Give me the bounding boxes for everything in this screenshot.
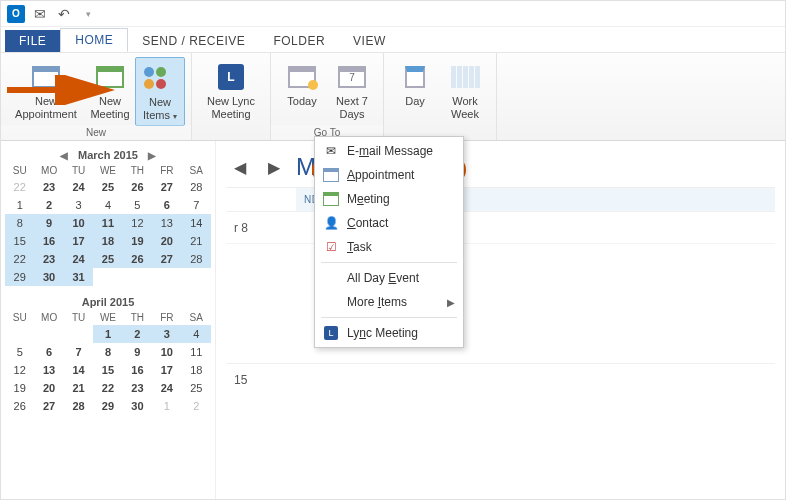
dropdown-contact[interactable]: 👤 Contact bbox=[317, 211, 461, 235]
day-button[interactable]: Day bbox=[390, 57, 440, 136]
mini-cal-day[interactable]: 29 bbox=[5, 268, 34, 286]
tab-send-receive[interactable]: SEND / RECEIVE bbox=[128, 30, 259, 52]
mini-cal-day[interactable]: 6 bbox=[34, 343, 63, 361]
mini-cal-day[interactable]: 3 bbox=[152, 325, 181, 343]
mini-cal-day[interactable]: 10 bbox=[64, 214, 93, 232]
mini-cal-day[interactable]: 17 bbox=[64, 232, 93, 250]
mini-cal-day[interactable]: 23 bbox=[123, 379, 152, 397]
mini-cal-day[interactable]: 25 bbox=[93, 250, 122, 268]
mini-cal-day[interactable]: 24 bbox=[64, 178, 93, 196]
mini-cal-day[interactable]: 4 bbox=[182, 325, 211, 343]
mini-cal-day[interactable]: 16 bbox=[34, 232, 63, 250]
mini-cal-day[interactable]: 17 bbox=[152, 361, 181, 379]
dropdown-meeting[interactable]: Meeting bbox=[317, 187, 461, 211]
mini-cal-day[interactable]: 25 bbox=[93, 178, 122, 196]
mini-cal-day[interactable]: 24 bbox=[152, 379, 181, 397]
mini-cal-day[interactable]: 5 bbox=[5, 343, 34, 361]
dropdown-more-items[interactable]: More Items ▶ bbox=[317, 290, 461, 314]
mini-cal-day[interactable]: 13 bbox=[34, 361, 63, 379]
calendar-slot[interactable]: r 8 bbox=[226, 211, 775, 243]
mini-cal-day[interactable]: 1 bbox=[152, 397, 181, 415]
mini-cal-day[interactable] bbox=[182, 268, 211, 286]
mini-cal-day[interactable]: 23 bbox=[34, 178, 63, 196]
dropdown-appointment[interactable]: Appointment bbox=[317, 163, 461, 187]
tab-home[interactable]: HOME bbox=[60, 28, 128, 52]
mini-cal-day[interactable]: 22 bbox=[5, 178, 34, 196]
mini-cal-next-icon[interactable]: ▶ bbox=[144, 150, 160, 161]
mini-cal-day[interactable]: 15 bbox=[93, 361, 122, 379]
work-week-button[interactable]: Work Week bbox=[440, 57, 490, 136]
mini-cal-day[interactable] bbox=[64, 325, 93, 343]
dropdown-task[interactable]: ☑ Task bbox=[317, 235, 461, 259]
mini-cal-day[interactable]: 28 bbox=[182, 250, 211, 268]
mini-cal-day[interactable]: 16 bbox=[123, 361, 152, 379]
mini-cal-day[interactable]: 22 bbox=[5, 250, 34, 268]
mini-cal-day[interactable]: 11 bbox=[182, 343, 211, 361]
mini-calendar-march[interactable]: ◀ March 2015 ▶ SUMOTUWETHFRSA22232425262… bbox=[5, 147, 211, 286]
mini-cal-day[interactable]: 19 bbox=[5, 379, 34, 397]
mini-cal-day[interactable]: 31 bbox=[64, 268, 93, 286]
mini-cal-day[interactable]: 18 bbox=[93, 232, 122, 250]
new-items-button[interactable]: New Items ▾ bbox=[135, 57, 185, 126]
mini-calendar-april[interactable]: April 2015 SUMOTUWETHFRSA123456789101112… bbox=[5, 294, 211, 415]
main-next-icon[interactable]: ▶ bbox=[262, 158, 286, 177]
mini-cal-prev-icon[interactable]: ◀ bbox=[56, 150, 72, 161]
mini-cal-day[interactable]: 13 bbox=[152, 214, 181, 232]
mini-cal-day[interactable]: 26 bbox=[123, 178, 152, 196]
mini-cal-day[interactable]: 22 bbox=[93, 379, 122, 397]
mini-cal-day[interactable]: 12 bbox=[5, 361, 34, 379]
mini-cal-day[interactable]: 14 bbox=[182, 214, 211, 232]
mini-cal-day[interactable]: 1 bbox=[93, 325, 122, 343]
mini-cal-day[interactable]: 12 bbox=[123, 214, 152, 232]
mini-cal-day[interactable]: 29 bbox=[93, 397, 122, 415]
mini-cal-day[interactable]: 5 bbox=[123, 196, 152, 214]
today-button[interactable]: Today bbox=[277, 57, 327, 126]
next7days-button[interactable]: 7 Next 7 Days bbox=[327, 57, 377, 126]
mini-cal-day[interactable] bbox=[93, 268, 122, 286]
tab-view[interactable]: VIEW bbox=[339, 30, 400, 52]
mini-cal-day[interactable]: 7 bbox=[64, 343, 93, 361]
mini-cal-day[interactable]: 25 bbox=[182, 379, 211, 397]
mini-cal-day[interactable] bbox=[123, 268, 152, 286]
mini-cal-day[interactable]: 6 bbox=[152, 196, 181, 214]
qat-customize-icon[interactable]: ▾ bbox=[79, 5, 97, 23]
new-appointment-button[interactable]: New Appointment bbox=[7, 57, 85, 126]
mini-cal-day[interactable]: 9 bbox=[34, 214, 63, 232]
mini-cal-day[interactable]: 9 bbox=[123, 343, 152, 361]
mini-cal-day[interactable]: 4 bbox=[93, 196, 122, 214]
mini-cal-day[interactable]: 8 bbox=[93, 343, 122, 361]
mini-cal-day[interactable]: 27 bbox=[34, 397, 63, 415]
mini-cal-day[interactable]: 27 bbox=[152, 178, 181, 196]
mini-cal-day[interactable]: 7 bbox=[182, 196, 211, 214]
dropdown-lync-meeting[interactable]: L Lync Meeting bbox=[317, 321, 461, 345]
new-meeting-button[interactable]: New Meeting bbox=[85, 57, 135, 126]
mini-cal-day[interactable]: 1 bbox=[5, 196, 34, 214]
main-prev-icon[interactable]: ◀ bbox=[228, 158, 252, 177]
mini-cal-day[interactable]: 18 bbox=[182, 361, 211, 379]
mini-cal-day[interactable]: 26 bbox=[5, 397, 34, 415]
mini-cal-day[interactable]: 10 bbox=[152, 343, 181, 361]
calendar-slot[interactable]: 15 bbox=[226, 363, 775, 395]
send-receive-qat-icon[interactable]: ✉ bbox=[31, 5, 49, 23]
mini-cal-day[interactable]: 27 bbox=[152, 250, 181, 268]
mini-cal-day[interactable] bbox=[5, 325, 34, 343]
mini-cal-day[interactable]: 11 bbox=[93, 214, 122, 232]
mini-cal-day[interactable]: 2 bbox=[182, 397, 211, 415]
mini-cal-day[interactable]: 21 bbox=[182, 232, 211, 250]
new-lync-meeting-button[interactable]: L New Lync Meeting bbox=[198, 57, 264, 136]
dropdown-email-message[interactable]: ✉ E-mail Message bbox=[317, 139, 461, 163]
dropdown-all-day-event[interactable]: All Day Event bbox=[317, 266, 461, 290]
mini-cal-day[interactable]: 2 bbox=[123, 325, 152, 343]
mini-cal-day[interactable]: 3 bbox=[64, 196, 93, 214]
mini-cal-day[interactable]: 21 bbox=[64, 379, 93, 397]
mini-cal-day[interactable]: 28 bbox=[64, 397, 93, 415]
mini-cal-day[interactable] bbox=[34, 325, 63, 343]
tab-file[interactable]: FILE bbox=[5, 30, 60, 52]
undo-qat-icon[interactable]: ↶ bbox=[55, 5, 73, 23]
mini-cal-day[interactable] bbox=[152, 268, 181, 286]
mini-cal-day[interactable]: 28 bbox=[182, 178, 211, 196]
mini-cal-day[interactable]: 30 bbox=[34, 268, 63, 286]
mini-cal-day[interactable]: 14 bbox=[64, 361, 93, 379]
mini-cal-day[interactable]: 24 bbox=[64, 250, 93, 268]
tab-folder[interactable]: FOLDER bbox=[259, 30, 339, 52]
